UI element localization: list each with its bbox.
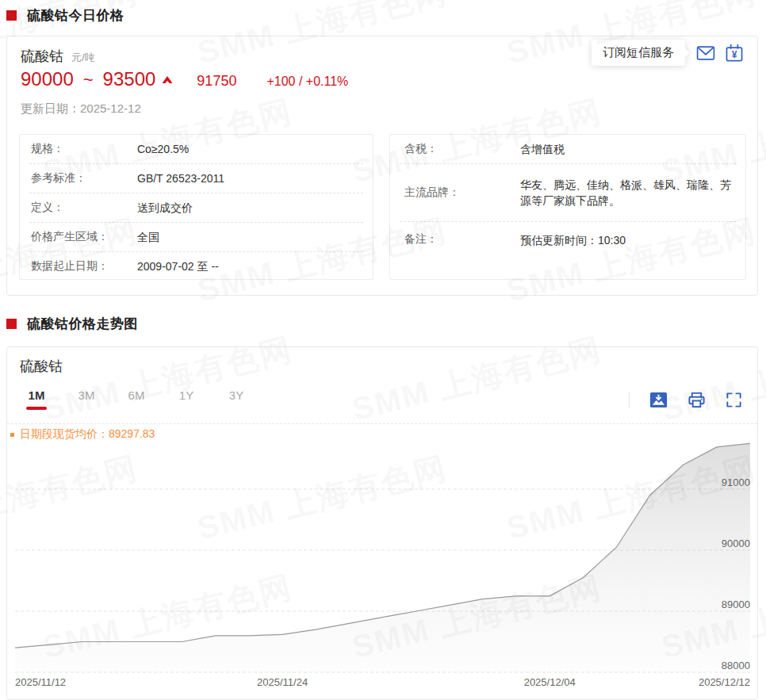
y-axis-label: 89000: [722, 599, 750, 610]
row-label: 含税：: [404, 142, 520, 156]
row-value: 含增值税: [520, 141, 565, 157]
x-axis-label: 2025/11/24: [257, 676, 308, 688]
tab-label: 3Y: [226, 388, 247, 402]
toolbar-divider: [629, 392, 630, 408]
section-title: 硫酸钴今日价格: [27, 6, 124, 25]
row-value: 全国: [137, 229, 159, 245]
chart-separator: [7, 423, 757, 424]
row-value: GB/T 26523-2011: [137, 170, 224, 186]
product-row: 硫酸钴 元/吨: [21, 47, 95, 66]
tab-3m[interactable]: 3M: [76, 388, 97, 410]
price-low: 90000: [21, 68, 74, 90]
red-square-bullet: [6, 10, 17, 21]
price-range-separator: ~: [83, 70, 94, 90]
detail-table-right: 含税： 含增值税 主流品牌： 华友、腾远、佳纳、格派、雄风、瑞隆、芳源等厂家旗下…: [389, 134, 746, 280]
x-axis-label: 2025/12/04: [524, 676, 576, 688]
table-row: 定义： 送到成交价: [20, 193, 373, 222]
update-date-value: 2025-12-12: [80, 101, 141, 115]
product-name: 硫酸钴: [21, 47, 63, 66]
table-row: 参考标准： GB/T 26523-2011: [20, 164, 373, 193]
subscribe-sms-label: 订阅短信服务: [603, 45, 674, 60]
table-row: 主流品牌： 华友、腾远、佳纳、格派、雄风、瑞隆、芳源等厂家旗下品牌。: [390, 164, 745, 221]
tab-label: 6M: [126, 388, 147, 402]
tab-underline: [126, 407, 147, 410]
row-label: 备注：: [404, 232, 520, 247]
svg-text:¥: ¥: [732, 49, 737, 60]
today-price-section-header: 硫酸钴今日价格: [6, 6, 124, 25]
period-tabs: 1M 3M 6M 1Y 3Y: [26, 388, 247, 410]
price-order-icon[interactable]: ¥: [724, 43, 745, 63]
price-unit: 元/吨: [71, 51, 95, 65]
update-date-row: 更新日期：2025-12-12: [21, 101, 141, 117]
row-label: 参考标准：: [31, 171, 137, 186]
tab-1y[interactable]: 1Y: [176, 388, 197, 410]
update-date-label: 更新日期：: [21, 101, 80, 115]
trend-chart-section-header: 硫酸钴价格走势图: [6, 315, 138, 333]
row-label: 定义：: [31, 201, 137, 215]
section-title: 硫酸钴价格走势图: [27, 315, 138, 333]
table-row: 数据起止日期： 2009-07-02 至 --: [20, 252, 373, 281]
row-value: 送到成交价: [137, 200, 193, 216]
y-axis-label: 88000: [722, 660, 750, 671]
tab-label: 1Y: [176, 388, 197, 402]
tab-label: 1M: [26, 388, 47, 402]
save-image-icon[interactable]: [649, 391, 668, 409]
row-value: 华友、腾远、佳纳、格派、雄风、瑞隆、芳源等厂家旗下品牌。: [520, 177, 731, 208]
fullscreen-icon[interactable]: [725, 391, 743, 409]
subscribe-sms-tooltip[interactable]: 订阅短信服务: [592, 40, 685, 66]
red-square-bullet: [6, 319, 17, 329]
row-value: Co≥20.5%: [137, 141, 189, 157]
tab-1m[interactable]: 1M: [26, 388, 47, 410]
price-up-arrow-icon: [162, 76, 173, 84]
tab-underline: [176, 407, 197, 410]
row-value: 2009-07-02 至 --: [137, 258, 219, 274]
chart-card: 硫酸钴 1M 3M 6M 1Y 3Y 日期段现货均价：89297.83: [6, 346, 758, 700]
table-row: 含税： 含增值税: [390, 135, 745, 163]
y-axis-label: 91000: [722, 476, 750, 488]
page: 硫酸钴今日价格 硫酸钴 元/吨 订阅短信服务 ¥ 90000 ~ 93500 9…: [0, 0, 766, 700]
print-icon[interactable]: [687, 391, 706, 409]
detail-table-left: 规格： Co≥20.5% 参考标准： GB/T 26523-2011 定义： 送…: [19, 134, 373, 280]
tab-6m[interactable]: 6M: [126, 388, 147, 410]
table-row: 规格： Co≥20.5%: [20, 135, 373, 163]
tab-underline: [76, 407, 97, 410]
price-high: 93500: [103, 68, 156, 90]
chart-product-title: 硫酸钴: [20, 357, 63, 376]
tab-label: 3M: [76, 388, 97, 402]
email-subscribe-icon[interactable]: [695, 43, 716, 63]
tab-active-underline: [26, 407, 47, 410]
x-axis-label: 2025/11/12: [15, 676, 66, 688]
row-label: 价格产生区域：: [31, 230, 137, 244]
table-row: 备注： 预估更新时间：10:30: [390, 222, 745, 281]
price-trend-chart[interactable]: 880008900090000910002025/11/122025/11/24…: [8, 433, 758, 690]
price-change: +100 / +0.11%: [266, 75, 348, 89]
row-value: 预估更新时间：10:30: [520, 232, 626, 248]
x-axis-label: 2025/12/12: [699, 676, 750, 688]
row-label: 主流品牌：: [404, 186, 520, 200]
price-average: 91750: [197, 73, 236, 90]
row-label: 规格：: [31, 142, 137, 156]
price-row: 90000 ~ 93500 91750 +100 / +0.11%: [21, 68, 348, 90]
area-fill: [15, 443, 750, 672]
table-row: 价格产生区域： 全国: [20, 223, 373, 251]
tab-underline: [226, 407, 247, 410]
y-axis-label: 90000: [722, 537, 750, 549]
price-card: 硫酸钴 元/吨 订阅短信服务 ¥ 90000 ~ 93500 91750 +10…: [6, 36, 758, 296]
tab-3y[interactable]: 3Y: [226, 388, 247, 410]
row-label: 数据起止日期：: [31, 259, 137, 273]
